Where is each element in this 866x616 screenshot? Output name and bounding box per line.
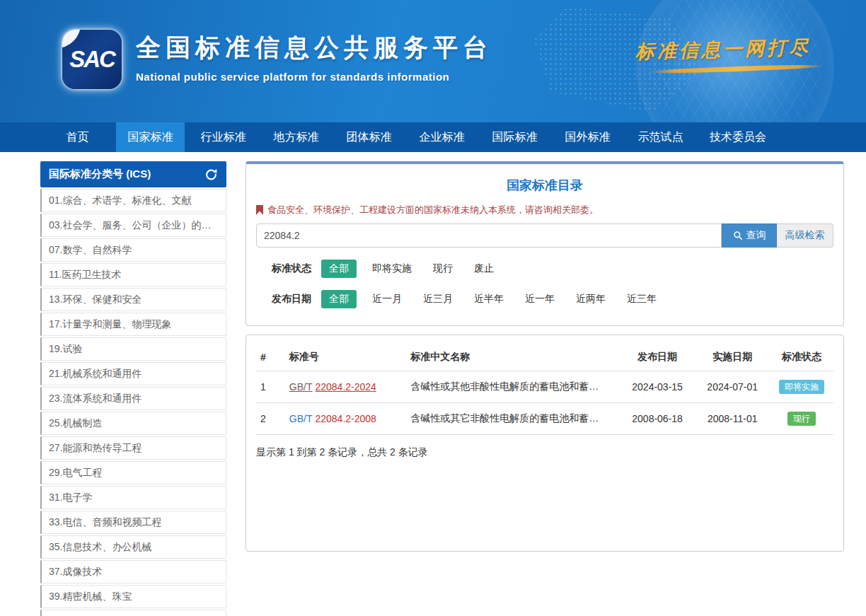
col-header-index: # xyxy=(256,344,285,371)
implement-date: 2008-11-01 xyxy=(695,403,770,435)
sidebar-item-ics-25[interactable]: 25.机械制造 xyxy=(40,412,226,435)
advanced-search-button[interactable]: 高级检索 xyxy=(777,223,833,248)
nav-item-home[interactable]: 首页 xyxy=(43,122,112,152)
notice-text: 食品安全、环境保护、工程建设方面的国家标准未纳入本系统，请咨询相关部委。 xyxy=(267,204,599,216)
sidebar-item-ics-17[interactable]: 17.计量学和测量、物理现象 xyxy=(40,313,226,336)
sidebar-item-ics-37[interactable]: 37.成像技术 xyxy=(40,560,226,583)
sidebar-item-ics-07[interactable]: 07.数学、自然科学 xyxy=(40,238,226,262)
results-panel: # 标准号 标准中文名称 发布日期 实施日期 标准状态 1 GB/T22084.… xyxy=(246,335,844,552)
site-subtitle: National public service platform for sta… xyxy=(136,71,492,83)
filter-date-2years[interactable]: 近两年 xyxy=(576,293,606,306)
filter-date-row: 发布日期 全部 近一月 近三月 近半年 近一年 近两年 近三年 xyxy=(256,290,833,308)
search-panel: 国家标准目录 食品安全、环境保护、工程建设方面的国家标准未纳入本系统，请咨询相关… xyxy=(246,161,844,326)
sidebar-item-ics-27[interactable]: 27.能源和热传导工程 xyxy=(40,436,226,460)
status-badge: 即将实施 xyxy=(779,380,824,394)
col-header-publish-date: 发布日期 xyxy=(620,344,695,371)
notice-bar: 食品安全、环境保护、工程建设方面的国家标准未纳入本系统，请咨询相关部委。 xyxy=(256,204,833,216)
table-header-row: # 标准号 标准中文名称 发布日期 实施日期 标准状态 xyxy=(256,344,833,371)
row-index: 1 xyxy=(256,371,285,403)
filter-status-row: 标准状态 全部 即将实施 现行 废止 xyxy=(256,260,833,278)
page-title: 国家标准目录 xyxy=(256,177,833,194)
nav-item-enterprise-standards[interactable]: 企业标准 xyxy=(408,122,476,152)
sidebar-item-ics-35[interactable]: 35.信息技术、办公机械 xyxy=(40,535,226,559)
sidebar-item-ics-01[interactable]: 01.综合、术语学、标准化、文献 xyxy=(40,189,226,212)
query-button[interactable]: 查询 xyxy=(722,223,777,248)
col-header-implement-date: 实施日期 xyxy=(695,344,770,371)
sidebar-item-ics-03[interactable]: 03.社会学、服务、公司（企业）的组... xyxy=(40,214,226,237)
sidebar-item-ics-19[interactable]: 19.试验 xyxy=(40,337,226,361)
site-title: 全国标准信息公共服务平台 xyxy=(136,31,492,64)
table-row: 1 GB/T22084.2-2024 含碱性或其他非酸性电解质的蓄电池和蓄… 2… xyxy=(256,371,833,403)
filter-status-options: 全部 即将实施 现行 废止 xyxy=(321,260,515,278)
filter-date-3months[interactable]: 近三月 xyxy=(423,293,453,306)
filter-date-all[interactable]: 全部 xyxy=(321,290,357,308)
search-icon xyxy=(733,231,743,240)
site-brand: 全国标准信息公共服务平台 National public service pla… xyxy=(136,31,492,83)
ics-sidebar-header: 国际标准分类号 (ICS) xyxy=(40,161,226,187)
nav-item-pilot-demonstration[interactable]: 示范试点 xyxy=(626,122,695,152)
sidebar-item-ics-39[interactable]: 39.精密机械、珠宝 xyxy=(40,585,226,608)
ics-sidebar-title: 国际标准分类号 (ICS) xyxy=(49,168,151,181)
sidebar-item-ics-11[interactable]: 11.医药卫生技术 xyxy=(40,263,226,286)
table-row: 2 GB/T22084.2-2008 含碱性或其它非酸性电解质的蓄电池和蓄… 2… xyxy=(256,403,833,435)
filter-date-3years[interactable]: 近三年 xyxy=(627,293,657,306)
col-header-standard-code: 标准号 xyxy=(285,344,406,371)
page-body: 国际标准分类号 (ICS) 01.综合、术语学、标准化、文献 03.社会学、服务… xyxy=(0,152,866,616)
row-index: 2 xyxy=(256,403,285,435)
filter-status-current[interactable]: 现行 xyxy=(433,262,453,275)
nav-item-technical-committee[interactable]: 技术委员会 xyxy=(699,122,777,152)
filter-date-label: 发布日期 xyxy=(272,293,321,306)
sac-logo: SAC xyxy=(62,30,122,89)
col-header-standard-name: 标准中文名称 xyxy=(406,344,620,371)
col-header-status: 标准状态 xyxy=(770,344,833,371)
filter-date-1month[interactable]: 近一月 xyxy=(372,293,402,306)
nav-item-industry-standards[interactable]: 行业标准 xyxy=(189,122,258,152)
filter-date-1year[interactable]: 近一年 xyxy=(525,293,555,306)
search-bar: 查询 高级检索 xyxy=(256,223,833,248)
status-badge: 现行 xyxy=(787,412,816,426)
sidebar-item-ics-29[interactable]: 29.电气工程 xyxy=(40,461,226,484)
nav-item-national-standards[interactable]: 国家标准 xyxy=(116,122,185,152)
site-slogan: 标准信息一网打尽 xyxy=(635,35,812,64)
site-header: SAC 全国标准信息公共服务平台 National public service… xyxy=(0,0,866,122)
filter-date-halfyear[interactable]: 近半年 xyxy=(474,293,504,306)
sidebar-item-ics-31[interactable]: 31.电子学 xyxy=(40,486,226,509)
filter-date-options: 全部 近一月 近三月 近半年 近一年 近两年 近三年 xyxy=(321,290,678,308)
filter-status-all[interactable]: 全部 xyxy=(321,260,357,278)
nav-item-foreign-standards[interactable]: 国外标准 xyxy=(553,122,622,152)
sidebar-item-partial[interactable] xyxy=(40,610,226,616)
nav-item-group-standards[interactable]: 团体标准 xyxy=(335,122,403,152)
ics-category-list: 01.综合、术语学、标准化、文献 03.社会学、服务、公司（企业）的组... 0… xyxy=(40,189,226,616)
bookmark-icon xyxy=(256,205,263,215)
sac-logo-text: SAC xyxy=(69,46,115,73)
standard-name: 含碱性或其它非酸性电解质的蓄电池和蓄… xyxy=(406,403,620,435)
publish-date: 2024-03-15 xyxy=(620,371,695,403)
publish-date: 2008-06-18 xyxy=(620,403,695,435)
nav-item-international-standards[interactable]: 国际标准 xyxy=(480,122,549,152)
query-button-label: 查询 xyxy=(746,229,766,242)
sidebar-item-ics-23[interactable]: 23.流体系统和通用件 xyxy=(40,387,226,410)
filter-status-abolished[interactable]: 废止 xyxy=(474,262,494,275)
search-input[interactable] xyxy=(256,223,722,248)
nav-item-local-standards[interactable]: 地方标准 xyxy=(262,122,330,152)
standard-code-link[interactable]: GB/T22084.2-2024 xyxy=(289,381,376,393)
records-summary: 显示第 1 到第 2 条记录，总共 2 条记录 xyxy=(256,446,833,459)
filter-status-upcoming[interactable]: 即将实施 xyxy=(372,262,412,275)
results-table: # 标准号 标准中文名称 发布日期 实施日期 标准状态 1 GB/T22084.… xyxy=(256,344,833,435)
sidebar-item-ics-33[interactable]: 33.电信、音频和视频工程 xyxy=(40,511,226,534)
refresh-icon[interactable] xyxy=(204,168,218,182)
ics-sidebar: 国际标准分类号 (ICS) 01.综合、术语学、标准化、文献 03.社会学、服务… xyxy=(40,161,226,616)
filter-status-label: 标准状态 xyxy=(272,262,321,275)
main-navigation: 首页 国家标准 行业标准 地方标准 团体标准 企业标准 国际标准 国外标准 示范… xyxy=(0,122,866,152)
main-content: 国家标准目录 食品安全、环境保护、工程建设方面的国家标准未纳入本系统，请咨询相关… xyxy=(246,161,844,552)
implement-date: 2024-07-01 xyxy=(695,371,770,403)
standard-code-link[interactable]: GB/T22084.2-2008 xyxy=(289,413,376,424)
sidebar-item-ics-13[interactable]: 13.环保、保健和安全 xyxy=(40,288,226,311)
sidebar-item-ics-21[interactable]: 21.机械系统和通用件 xyxy=(40,362,226,385)
standard-name: 含碱性或其他非酸性电解质的蓄电池和蓄… xyxy=(406,371,620,403)
